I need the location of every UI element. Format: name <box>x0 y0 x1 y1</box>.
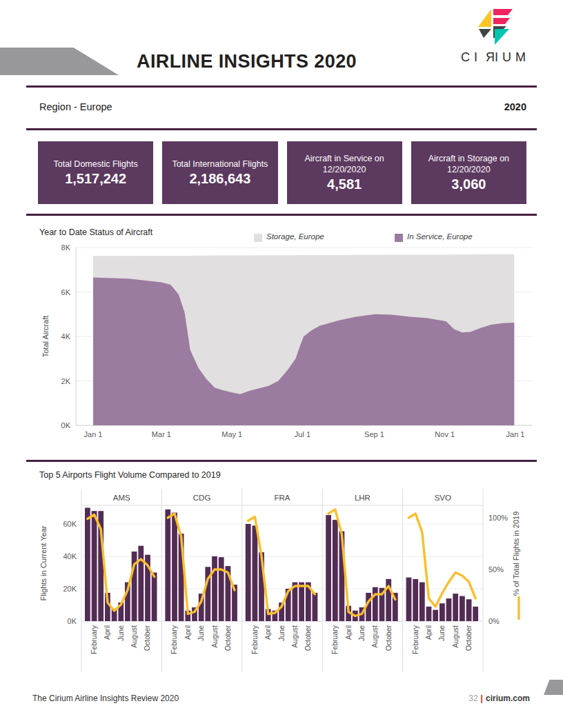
cirium-logo: CIRIUM <box>453 7 538 65</box>
stat-card-international-flights: Total International Flights 2,186,643 <box>162 141 277 204</box>
svg-text:0%: 0% <box>488 617 500 625</box>
svg-text:AMS: AMS <box>113 494 130 502</box>
stat-card-label: Total International Flights <box>172 159 268 170</box>
top-airports-bar-chart: AMSCDGFRALHRSVO0K20K40K60K0%50%100%Febru… <box>34 485 545 678</box>
stat-card-label: Aircraft in Service on <box>304 153 384 164</box>
footer-separator: | <box>478 694 486 703</box>
svg-text:October: October <box>464 625 473 651</box>
report-page: AIRLINE INSIGHTS 2020 CIRIUM Region - Eu… <box>0 0 563 728</box>
svg-text:August: August <box>371 625 379 648</box>
footer-page-number: 32 <box>468 694 477 703</box>
svg-text:June: June <box>437 625 446 641</box>
stat-card-value: 2,186,643 <box>189 171 250 187</box>
svg-text:April: April <box>103 625 111 640</box>
svg-text:August: August <box>130 625 138 648</box>
svg-text:Jul 1: Jul 1 <box>295 430 310 438</box>
stat-card-aircraft-in-service: Aircraft in Service on 12/20/2020 4,581 <box>287 141 402 204</box>
svg-text:February: February <box>170 625 178 654</box>
svg-text:Nov 1: Nov 1 <box>435 430 455 438</box>
svg-text:February: February <box>411 625 419 654</box>
svg-text:2K: 2K <box>61 377 71 385</box>
svg-text:Jan 1: Jan 1 <box>506 430 525 438</box>
cirium-logo-icon <box>473 7 517 47</box>
svg-text:% of Total Flights in 2019: % of Total Flights in 2019 <box>512 512 520 596</box>
svg-text:April: April <box>264 625 272 640</box>
divider-rule <box>26 85 537 88</box>
svg-text:Jan 1: Jan 1 <box>84 430 103 438</box>
svg-text:April: April <box>424 625 433 640</box>
footer-ribbon-shape <box>544 680 563 695</box>
svg-text:4K: 4K <box>61 332 71 341</box>
footer-report-name: The Cirium Airline Insights Review 2020 <box>32 694 179 703</box>
divider-rule <box>26 128 537 130</box>
svg-text:Sep 1: Sep 1 <box>364 430 384 438</box>
year-label: 2020 <box>504 101 526 112</box>
stat-card-label: Total Domestic Flights <box>53 159 137 170</box>
svg-text:April: April <box>184 625 192 640</box>
svg-text:August: August <box>210 625 219 648</box>
svg-text:FRA: FRA <box>275 494 290 502</box>
svg-text:June: June <box>357 625 366 641</box>
page-title: AIRLINE INSIGHTS 2020 <box>137 51 357 72</box>
stat-card-domestic-flights: Total Domestic Flights 1,517,242 <box>38 141 153 204</box>
svg-text:October: October <box>304 625 312 651</box>
header-ribbon-shape <box>0 48 119 75</box>
stat-card-aircraft-in-storage: Aircraft in Storage on 12/20/2020 3,060 <box>411 141 526 204</box>
svg-text:June: June <box>117 625 125 641</box>
stat-card-value: 1,517,242 <box>65 171 126 187</box>
svg-text:April: April <box>344 625 353 640</box>
svg-text:February: February <box>330 625 339 654</box>
svg-text:CDG: CDG <box>193 494 211 502</box>
stat-card-label: Aircraft in Storage on <box>428 153 509 164</box>
svg-text:August: August <box>290 625 299 648</box>
svg-text:SVO: SVO <box>435 494 451 502</box>
svg-text:6K: 6K <box>61 288 71 296</box>
svg-text:0K: 0K <box>68 617 77 625</box>
svg-text:LHR: LHR <box>355 494 371 502</box>
cirium-wordmark: CIRIUM <box>453 50 538 65</box>
svg-text:Mar 1: Mar 1 <box>152 430 171 438</box>
svg-text:40K: 40K <box>63 552 77 560</box>
svg-text:20K: 20K <box>63 585 77 593</box>
footer-site-link: cirium.com <box>486 694 530 703</box>
svg-text:October: October <box>224 625 232 651</box>
divider-rule <box>26 460 537 462</box>
footer-page-info: 32|cirium.com <box>468 694 530 703</box>
svg-text:100%: 100% <box>488 514 508 522</box>
divider-rule <box>26 214 537 216</box>
svg-text:50%: 50% <box>488 565 504 574</box>
svg-text:June: June <box>197 625 205 641</box>
area-chart-title: Year to Date Status of Aircraft <box>39 228 152 237</box>
svg-text:8K: 8K <box>61 243 71 252</box>
svg-text:February: February <box>250 625 259 654</box>
svg-text:Total Aircraft: Total Aircraft <box>41 316 50 358</box>
svg-text:May 1: May 1 <box>221 430 242 438</box>
stat-card-value: 4,581 <box>327 176 362 192</box>
svg-text:August: August <box>451 625 460 648</box>
svg-text:February: February <box>90 625 98 654</box>
svg-text:October: October <box>384 625 393 651</box>
svg-text:October: October <box>143 625 151 651</box>
aircraft-status-area-chart: 0K2K4K6K8KJan 1Mar 1May 1Jul 1Sep 1Nov 1… <box>34 240 537 444</box>
svg-text:Flights in Current Year: Flights in Current Year <box>39 525 48 600</box>
svg-text:60K: 60K <box>63 520 77 528</box>
svg-text:0K: 0K <box>61 421 71 429</box>
stat-cards-row: Total Domestic Flights 1,517,242 Total I… <box>38 141 526 204</box>
region-label: Region - Europe <box>39 101 112 112</box>
bar-chart-title: Top 5 Airports Flight Volume Compared to… <box>39 470 221 480</box>
svg-text:June: June <box>277 625 286 641</box>
stat-card-value: 3,060 <box>451 176 486 192</box>
